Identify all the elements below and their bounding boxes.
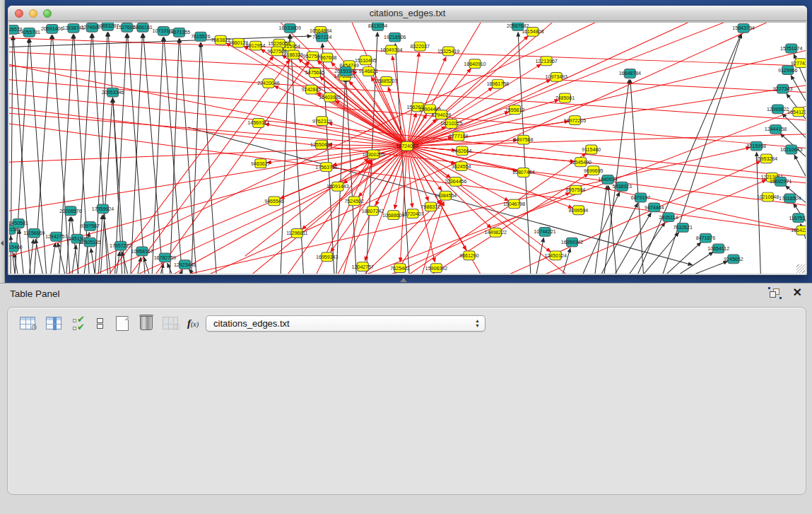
graph-edge[interactable] <box>138 257 141 274</box>
graph-node[interactable]: 8099594 <box>569 206 589 215</box>
graph-node[interactable]: 18972205 <box>564 116 587 125</box>
graph-node[interactable]: 9245652 <box>724 255 743 264</box>
graph-edge[interactable] <box>407 146 572 209</box>
graph-edge[interactable] <box>58 243 65 274</box>
graph-edge[interactable] <box>170 39 179 274</box>
graph-node[interactable]: 9242845 <box>302 85 322 94</box>
graph-node[interactable]: 15325419 <box>437 47 460 56</box>
graph-edge[interactable] <box>51 243 56 274</box>
graph-edge[interactable] <box>320 77 407 146</box>
graph-edge[interactable] <box>15 39 29 274</box>
graph-edge[interactable] <box>110 57 273 274</box>
delete-attribute-icon[interactable] <box>136 313 156 333</box>
graph-edge[interactable] <box>30 39 47 274</box>
graph-node[interactable]: 6879197 <box>631 193 651 202</box>
graph-node[interactable]: 11156869 <box>23 228 45 238</box>
graph-node[interactable]: 12093822 <box>767 105 789 114</box>
graph-edge[interactable] <box>601 203 638 274</box>
graph-edge[interactable] <box>595 186 607 274</box>
table-options-icon[interactable]: ⚙ <box>18 313 37 333</box>
graph-edge[interactable] <box>9 36 312 47</box>
graph-node[interactable]: 10654112 <box>707 244 729 253</box>
graph-edge[interactable] <box>9 107 806 205</box>
graph-node[interactable]: 7485061 <box>555 93 575 103</box>
graph-edge[interactable] <box>563 248 570 274</box>
graph-edge[interactable] <box>432 174 588 274</box>
graph-node[interactable]: 12444158 <box>765 124 787 134</box>
graph-node[interactable]: 14569117 <box>247 119 269 128</box>
graph-node[interactable]: 7625402 <box>390 264 410 273</box>
graph-node[interactable]: 7663822 <box>211 35 230 45</box>
graph-edge[interactable] <box>343 160 372 274</box>
graph-edge[interactable] <box>29 240 33 274</box>
graph-node[interactable]: 14498222 <box>485 228 507 237</box>
graph-node[interactable]: 8471676 <box>696 233 716 243</box>
graph-node[interactable]: 7632621 <box>673 223 693 233</box>
graph-edge[interactable] <box>608 186 616 274</box>
graph-edge[interactable] <box>19 230 23 274</box>
graph-edge[interactable] <box>757 152 761 274</box>
graph-node[interactable]: 9762319 <box>312 117 332 126</box>
splitter-handle-icon[interactable] <box>400 278 407 282</box>
graph-node[interactable]: 12550437 <box>310 140 333 149</box>
graph-node[interactable]: 11296811 <box>286 228 307 238</box>
graph-node[interactable]: 12923446 <box>174 260 196 269</box>
close-panel-icon[interactable]: ✕ <box>793 286 802 299</box>
graph-node[interactable]: 9115460 <box>582 145 601 154</box>
window-resize-grip[interactable] <box>796 264 805 273</box>
graph-node[interactable]: 7462664 <box>452 146 472 156</box>
graph-node[interactable]: 17359924 <box>92 204 114 214</box>
float-panel-icon[interactable] <box>770 288 781 298</box>
graph-node[interactable]: 16049394 <box>380 45 403 54</box>
graph-edge[interactable] <box>629 223 665 274</box>
show-columns-icon[interactable] <box>44 313 64 333</box>
graph-node[interactable]: 10210648 <box>757 192 779 201</box>
graph-node[interactable]: 15751074 <box>780 44 803 53</box>
graph-node[interactable]: 16541230 <box>787 107 806 117</box>
graph-edge[interactable] <box>35 240 42 274</box>
row-height-icon[interactable] <box>90 313 110 333</box>
graph-node[interactable]: 12213967 <box>535 57 558 66</box>
select-all-icon[interactable]: ✔✔ <box>69 313 88 333</box>
graph-edge[interactable] <box>407 146 412 208</box>
graph-edge[interactable] <box>9 80 806 148</box>
control-panel-collapsed-strip[interactable] <box>0 0 5 283</box>
graph-node[interactable]: 8322037 <box>410 42 430 51</box>
graph-node[interactable]: 16648784 <box>619 69 642 78</box>
graph-edge[interactable] <box>615 213 651 274</box>
graph-node[interactable]: 5475685 <box>305 69 325 78</box>
graph-edge[interactable] <box>694 262 727 274</box>
network-canvas[interactable]: 1562615319904485679402816210225977716974… <box>9 22 806 274</box>
graph-node[interactable]: 15906342 <box>425 264 448 273</box>
graph-node[interactable]: 16961758 <box>487 79 510 88</box>
graph-node[interactable]: 9463627 <box>251 159 271 168</box>
graph-edge[interactable] <box>143 34 163 274</box>
graph-node[interactable]: 12450124 <box>545 251 567 260</box>
graph-node[interactable]: 19218506 <box>384 33 406 42</box>
graph-node[interactable]: 9861290 <box>459 251 479 260</box>
graph-node[interactable]: 6466161 <box>133 23 153 32</box>
graph-node[interactable]: 15885207 <box>375 76 398 86</box>
graph-node[interactable]: 17563711 <box>315 163 337 172</box>
graph-node[interactable]: 20691406 <box>41 24 64 33</box>
graph-node[interactable]: 16959343 <box>316 252 339 262</box>
graph-edge[interactable] <box>66 217 70 274</box>
graph-edge[interactable] <box>9 52 806 92</box>
graph-node[interactable]: 9227343 <box>773 84 793 93</box>
graph-node[interactable]: 18807242 <box>362 206 384 216</box>
graph-node[interactable]: 8215958 <box>747 141 767 151</box>
graph-edge[interactable] <box>791 76 806 101</box>
graph-node[interactable]: 16959342 <box>561 238 584 247</box>
graph-node[interactable]: 3624554 <box>452 162 471 171</box>
function-builder-icon[interactable]: f(x) <box>183 313 203 333</box>
graph-edge[interactable] <box>201 43 216 274</box>
graph-node[interactable]: 1640934 <box>598 175 618 184</box>
graph-node[interactable]: 15046798 <box>503 199 526 209</box>
graph-edge[interactable] <box>71 217 78 274</box>
graph-node[interactable]: 12042757 <box>352 262 375 271</box>
graph-node[interactable]: 9129966 <box>778 66 798 75</box>
graph-node[interactable]: 10642217 <box>791 226 806 235</box>
network-window-titlebar[interactable]: citations_edges.txt <box>8 6 807 21</box>
graph-edge[interactable] <box>192 43 201 274</box>
graph-node[interactable]: 11545490 <box>570 158 592 167</box>
